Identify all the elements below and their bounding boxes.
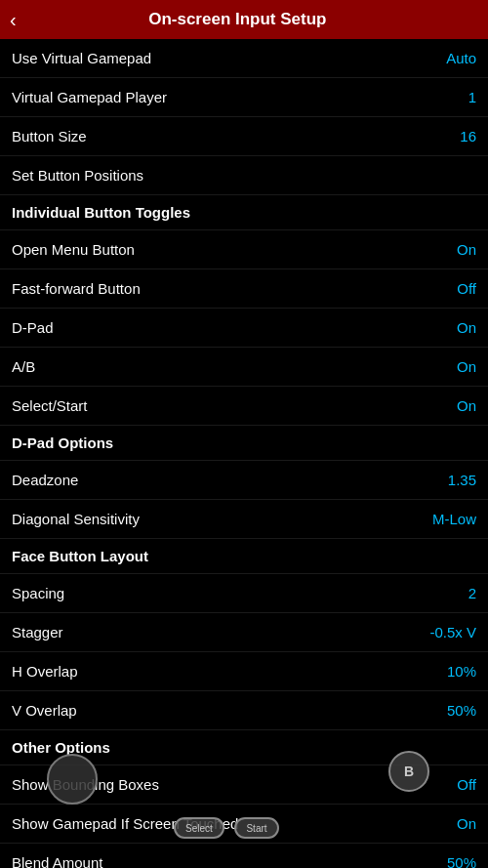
row-button-size[interactable]: Button Size16 (0, 117, 488, 156)
row-label-deadzone: Deadzone (12, 472, 78, 488)
content: Use Virtual GamepadAutoVirtual Gamepad P… (0, 39, 488, 868)
row-diagonal-sensitivity[interactable]: Diagonal SensitivityM-Low (0, 500, 488, 539)
row-virtual-gamepad-player[interactable]: Virtual Gamepad Player1 (0, 78, 488, 117)
section-header-text-d-pad-options: D-Pad Options (12, 434, 113, 451)
row-label-v-overlap: V Overlap (12, 702, 77, 719)
row-value-spacing: 2 (468, 585, 476, 601)
row-label-d-pad: D-Pad (12, 319, 54, 336)
row-label-show-bounding-boxes: Show Bounding Boxes (12, 776, 159, 793)
row-deadzone[interactable]: Deadzone1.35 (0, 461, 488, 500)
row-show-bounding-boxes[interactable]: Show Bounding BoxesOff (0, 765, 488, 805)
section-header-other-options: Other Options (0, 730, 488, 765)
row-spacing[interactable]: Spacing2 (0, 574, 488, 613)
row-label-a-b: A/B (12, 358, 35, 375)
row-label-blend-amount: Blend Amount (12, 854, 102, 868)
section-header-text-individual-button-toggles: Individual Button Toggles (12, 204, 190, 221)
row-label-h-overlap: H Overlap (12, 663, 78, 680)
row-value-diagonal-sensitivity: M-Low (432, 511, 476, 527)
row-use-virtual-gamepad[interactable]: Use Virtual GamepadAuto (0, 39, 488, 78)
row-value-virtual-gamepad-player: 1 (468, 89, 476, 105)
row-value-open-menu-button: On (457, 241, 476, 258)
section-header-individual-button-toggles: Individual Button Toggles (0, 195, 488, 230)
row-value-d-pad: On (457, 319, 476, 336)
header-title: On-screen Input Setup (26, 10, 449, 29)
row-show-gamepad-if-screen-touched[interactable]: Show Gamepad If Screen TouchedOn (0, 805, 488, 844)
section-header-d-pad-options: D-Pad Options (0, 426, 488, 461)
row-stagger[interactable]: Stagger-0.5x V (0, 613, 488, 652)
row-value-show-gamepad-if-screen-touched: On (457, 815, 476, 832)
row-h-overlap[interactable]: H Overlap10% (0, 652, 488, 691)
row-value-a-b: On (457, 358, 476, 375)
row-fast-forward-button[interactable]: Fast-forward ButtonOff (0, 269, 488, 309)
row-open-menu-button[interactable]: Open Menu ButtonOn (0, 230, 488, 269)
row-value-button-size: 16 (460, 128, 476, 145)
row-value-h-overlap: 10% (447, 663, 476, 680)
row-value-show-bounding-boxes: Off (457, 776, 476, 793)
row-label-show-gamepad-if-screen-touched: Show Gamepad If Screen Touched (12, 815, 238, 832)
row-v-overlap[interactable]: V Overlap50% (0, 691, 488, 730)
header: ‹ On-screen Input Setup (0, 0, 488, 39)
row-value-deadzone: 1.35 (448, 472, 476, 488)
row-value-blend-amount: 50% (447, 854, 476, 868)
row-blend-amount[interactable]: Blend Amount50% (0, 844, 488, 868)
row-value-select-start: On (457, 397, 476, 414)
row-label-set-button-positions: Set Button Positions (12, 167, 143, 184)
section-header-text-face-button-layout: Face Button Layout (12, 548, 148, 564)
row-set-button-positions[interactable]: Set Button Positions (0, 156, 488, 195)
row-label-stagger: Stagger (12, 624, 63, 641)
row-value-use-virtual-gamepad: Auto (446, 50, 476, 66)
row-a-b[interactable]: A/BOn (0, 348, 488, 387)
row-label-virtual-gamepad-player: Virtual Gamepad Player (12, 89, 167, 105)
row-d-pad[interactable]: D-PadOn (0, 309, 488, 348)
row-value-v-overlap: 50% (447, 702, 476, 719)
row-label-button-size: Button Size (12, 128, 87, 145)
row-label-spacing: Spacing (12, 585, 64, 601)
row-select-start[interactable]: Select/StartOn (0, 387, 488, 426)
row-label-use-virtual-gamepad: Use Virtual Gamepad (12, 50, 151, 66)
row-value-fast-forward-button: Off (457, 280, 476, 297)
row-label-fast-forward-button: Fast-forward Button (12, 280, 141, 297)
section-header-text-other-options: Other Options (12, 739, 110, 756)
row-label-diagonal-sensitivity: Diagonal Sensitivity (12, 511, 140, 527)
row-value-stagger: -0.5x V (429, 624, 476, 641)
row-label-select-start: Select/Start (12, 397, 88, 414)
row-label-open-menu-button: Open Menu Button (12, 241, 135, 258)
back-button[interactable]: ‹ (10, 9, 17, 31)
section-header-face-button-layout: Face Button Layout (0, 539, 488, 574)
